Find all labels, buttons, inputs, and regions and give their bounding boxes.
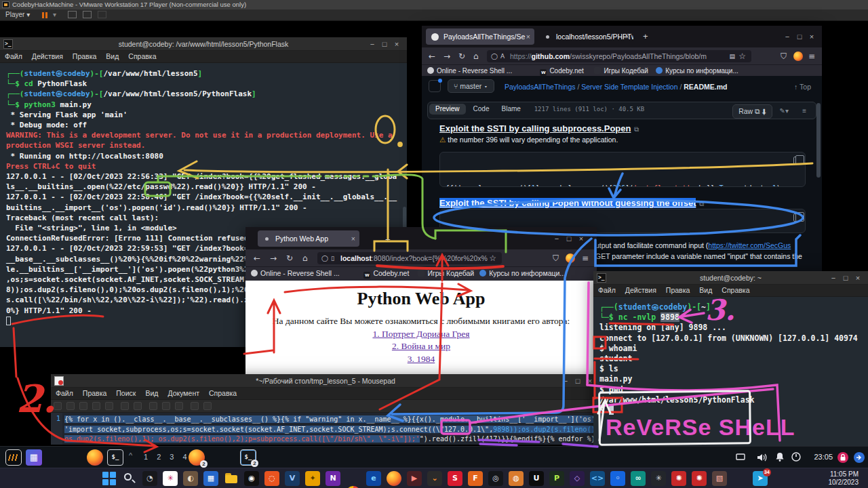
outline-icon[interactable]: ≡ (802, 107, 806, 115)
bookmark-item[interactable]: wCodeby.net (540, 67, 583, 76)
section-heading-popen[interactable]: Exploit the SSTI by calling subprocess.P… (439, 122, 639, 134)
twitter-link[interactable]: https://twitter.com/SecGus (708, 241, 791, 249)
pocket-shield-icon[interactable]: ⛉ (781, 52, 787, 61)
new-tab-button[interactable]: + (385, 235, 391, 245)
shazam-icon[interactable]: S (448, 471, 462, 486)
terminal1-window-controls[interactable]: −□× (366, 37, 403, 51)
firefox-webapp-window[interactable]: Python Web App × + −□× ← → ↻ ⌂ ◯ ▯ local… (245, 227, 597, 380)
bookmark-item[interactable]: wCodeby.net (363, 269, 409, 279)
snagit-icon[interactable]: ✦ (305, 471, 320, 486)
new-tab-button[interactable]: + (643, 31, 648, 41)
save-as-icon[interactable] (92, 402, 100, 410)
chevron-up-icon[interactable]: ^ (129, 451, 132, 460)
copy-icon[interactable] (793, 214, 801, 222)
home-icon[interactable]: ⌂ (302, 253, 308, 263)
save-icon[interactable] (79, 402, 87, 410)
webapp-window-controls[interactable]: −□× (551, 232, 587, 245)
power-manager-icon[interactable] (791, 451, 803, 464)
bookmark-item[interactable]: Игры Кодебай (418, 269, 474, 277)
menu-item[interactable]: Файл (51, 388, 78, 397)
tab-code[interactable]: Code (467, 102, 496, 115)
tab-close-icon[interactable]: × (351, 230, 355, 247)
carrot-icon[interactable]: ⌄ (427, 471, 442, 486)
menu-item[interactable]: Справка (123, 51, 161, 60)
settings-red2-icon[interactable]: ✺ (692, 471, 707, 486)
task-firefox[interactable]: 2 (189, 449, 205, 466)
close-icon[interactable]: × (391, 37, 403, 51)
firefox-account-icon[interactable] (566, 253, 575, 263)
edit-pencil-icon[interactable]: ✎▾ (780, 107, 789, 115)
updates-icon[interactable] (853, 451, 865, 464)
volume-icon[interactable] (755, 451, 768, 464)
player-menu[interactable]: Player ▾ (5, 11, 30, 18)
minimize-icon[interactable]: − (781, 30, 793, 43)
hamburger-menu-icon[interactable]: ≡ (808, 52, 815, 61)
maximize-icon[interactable]: □ (378, 37, 391, 51)
maximize-icon[interactable]: □ (793, 30, 806, 43)
terminal2-window-controls[interactable]: −□× (827, 271, 864, 285)
close-icon[interactable]: × (806, 30, 818, 43)
fl-studio-icon[interactable]: F (468, 471, 483, 486)
menu-item[interactable]: Правка (68, 51, 101, 60)
bookmark-item[interactable]: Online - Reverse Shell ... (427, 67, 512, 75)
mousepad-editor[interactable]: 1 {% for x in ().__class__.__base__.__su… (51, 413, 600, 445)
start-icon[interactable] (102, 471, 117, 486)
github-scrollbar[interactable] (816, 103, 821, 178)
mousepad-titlebar[interactable]: *~/Рабочий стол/tmp_lesson_5 - Mousepad … (51, 374, 600, 388)
unreal-icon[interactable]: U (529, 471, 544, 486)
mousepad-window-controls[interactable]: −□× (559, 374, 596, 388)
forward-icon[interactable]: → (270, 253, 277, 263)
photos-red-icon[interactable]: ▧ (712, 471, 727, 486)
minimize-icon[interactable]: − (827, 271, 840, 285)
bookmark-item[interactable]: Курсы по информаци... (479, 269, 566, 277)
bookmark-item[interactable]: Курсы по информаци... (656, 67, 738, 75)
menu-item[interactable]: Файл (0, 51, 27, 60)
firefox-launcher-icon[interactable] (87, 449, 103, 466)
camtasia-icon[interactable]: ∞ (631, 471, 646, 486)
notifications-bell-icon[interactable] (774, 451, 787, 464)
send-ctrl-alt-del-button[interactable] (68, 11, 77, 18)
back-icon[interactable]: ← (429, 52, 435, 61)
new-file-icon[interactable] (54, 402, 62, 410)
telegram-icon[interactable]: ➤34 (753, 471, 768, 486)
webapp-urlbar[interactable]: ◯ ▯ localhost:8080/index?book={%%20for%2… (317, 252, 502, 264)
back-to-top-link[interactable]: ↑ Top (794, 83, 811, 91)
copy-icon[interactable] (162, 402, 170, 410)
book-link[interactable]: 2. Война и мир (245, 341, 597, 352)
windows-clock[interactable]: 11:05 PM 10/2/2023 (829, 470, 859, 487)
firefox-icon[interactable] (387, 471, 401, 486)
terminal2-titlebar[interactable]: >_ student@codeby: ~ −□× (593, 271, 868, 285)
forward-icon[interactable]: → (443, 52, 450, 61)
bookmark-item[interactable]: Online - Reverse Shell ... (251, 269, 340, 277)
gauge-app-icon[interactable]: ◔ (142, 471, 157, 486)
close-icon[interactable]: × (575, 232, 587, 245)
fullscreen-button[interactable] (83, 11, 92, 18)
calendar-icon[interactable]: ▦ (203, 471, 218, 486)
book-link[interactable]: 3. 1984 (245, 354, 597, 365)
pause-vm-button[interactable] (42, 12, 49, 18)
blender-icon[interactable]: ◍ (509, 471, 524, 486)
obs-icon[interactable]: ◎ (488, 471, 503, 486)
reader-mode-icon[interactable]: ▤ (729, 50, 735, 62)
photos-person-icon[interactable]: ◐ (183, 471, 198, 486)
menu-item[interactable]: Справка (204, 388, 241, 397)
virtualbox-icon[interactable]: V (285, 471, 300, 486)
open-file-icon[interactable] (66, 402, 75, 410)
branch-selector[interactable]: ⑂ master ▾ (448, 79, 494, 93)
pause-dropdown[interactable]: ▾ (53, 11, 56, 18)
cut-icon[interactable] (149, 402, 157, 410)
search-icon[interactable] (191, 402, 199, 410)
tab-blame[interactable]: Blame (495, 102, 526, 115)
maximize-icon[interactable]: □ (572, 374, 584, 388)
terminal-launcher-icon[interactable]: $_ (107, 449, 123, 466)
menu-item[interactable]: Вид (694, 285, 717, 294)
pocket-shield-icon[interactable]: ⛉ (553, 253, 559, 263)
code-block-subprocess[interactable]: {{''.__class__.mro()[1].__subclasses__()… (439, 152, 806, 187)
vscode-icon[interactable]: <> (590, 471, 605, 486)
paste-icon[interactable] (175, 402, 183, 410)
redo-icon[interactable] (134, 402, 142, 410)
search-icon[interactable] (122, 471, 137, 486)
tracking-shield-icon[interactable]: ◯ (321, 252, 328, 264)
pycharm-icon[interactable]: P (549, 471, 564, 486)
kali-logo-icon[interactable] (5, 449, 22, 466)
